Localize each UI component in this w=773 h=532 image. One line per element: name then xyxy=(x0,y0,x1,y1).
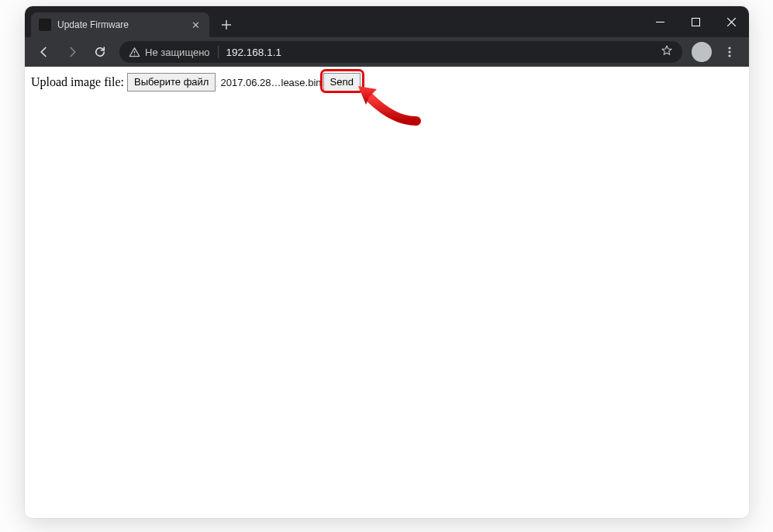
reload-button[interactable] xyxy=(87,40,113,64)
send-button[interactable]: Send xyxy=(323,73,361,92)
browser-window: Update Firmware ✕ xyxy=(25,6,749,518)
page-viewport: Upload image file: Выберите файл 2017.06… xyxy=(25,67,749,518)
upload-label: Upload image file: xyxy=(31,75,124,89)
svg-point-5 xyxy=(728,54,730,57)
maximize-button[interactable] xyxy=(678,6,713,37)
avatar-icon xyxy=(692,42,712,62)
svg-point-4 xyxy=(728,50,730,53)
bookmark-star-icon[interactable] xyxy=(661,44,673,60)
tab-title: Update Firmware xyxy=(57,19,184,30)
divider xyxy=(218,46,219,58)
url-bar[interactable]: Не защищено 192.168.1.1 xyxy=(119,41,682,63)
warning-icon xyxy=(129,47,140,58)
menu-button[interactable] xyxy=(716,40,743,64)
security-status[interactable]: Не защищено xyxy=(129,47,210,58)
svg-rect-0 xyxy=(692,18,699,26)
kebab-icon xyxy=(723,46,736,58)
title-bar: Update Firmware ✕ xyxy=(25,6,749,37)
back-button[interactable] xyxy=(31,40,57,64)
selected-file-name: 2017.06.28…lease.bin xyxy=(220,77,321,88)
minimize-button[interactable] xyxy=(642,6,678,37)
favicon-icon xyxy=(39,19,51,31)
browser-tab[interactable]: Update Firmware ✕ xyxy=(31,12,209,37)
window-controls xyxy=(642,6,749,37)
choose-file-button[interactable]: Выберите файл xyxy=(127,73,216,92)
forward-button[interactable] xyxy=(59,40,85,64)
new-tab-button[interactable] xyxy=(216,14,237,36)
tabs-area: Update Firmware ✕ xyxy=(25,12,642,37)
svg-point-2 xyxy=(134,54,135,54)
upload-form: Upload image file: Выберите файл 2017.06… xyxy=(25,67,749,98)
close-window-button[interactable] xyxy=(713,6,749,37)
url-text: 192.168.1.1 xyxy=(226,47,281,58)
svg-point-3 xyxy=(728,47,730,49)
profile-avatar[interactable] xyxy=(688,40,715,64)
close-tab-icon[interactable]: ✕ xyxy=(190,19,202,32)
security-label: Не защищено xyxy=(145,47,210,58)
address-bar: Не защищено 192.168.1.1 xyxy=(25,37,749,67)
